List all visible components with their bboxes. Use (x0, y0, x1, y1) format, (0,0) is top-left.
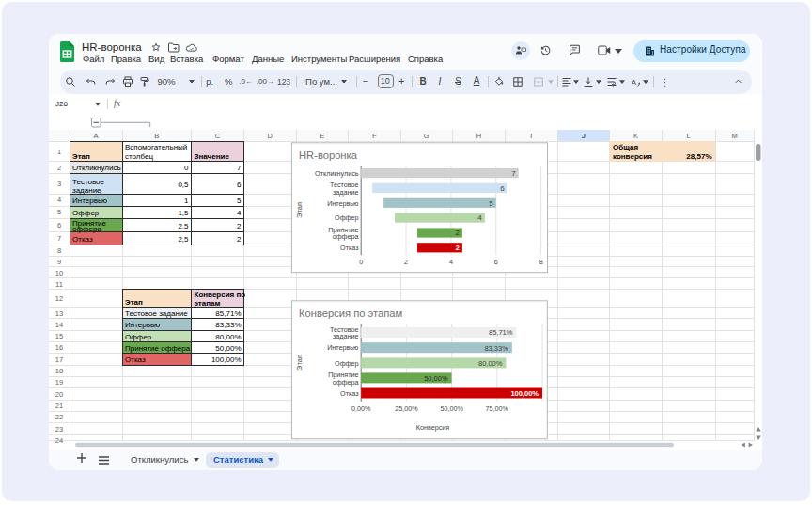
svg-text:Оффер: Оффер (335, 358, 358, 367)
svg-text:83,33%: 83,33% (484, 343, 508, 352)
svg-text:Отказ: Отказ (72, 234, 93, 243)
svg-text:Интервью: Интервью (72, 196, 107, 204)
svg-text:23: 23 (55, 424, 63, 433)
svg-text:Откликнулись: Откликнулись (315, 168, 359, 177)
svg-text:9: 9 (57, 257, 61, 265)
svg-text:задание: задание (72, 185, 102, 194)
svg-text:50,00%: 50,00% (440, 403, 463, 412)
svg-text:11: 11 (55, 279, 63, 288)
svg-text:I: I (530, 132, 532, 140)
svg-text:задание: задание (333, 187, 358, 196)
svg-text:24: 24 (55, 436, 63, 445)
svg-text:A: A (93, 132, 98, 140)
svg-text:7: 7 (237, 164, 242, 172)
svg-text:H: H (476, 132, 481, 140)
svg-text:2,5: 2,5 (178, 234, 189, 243)
svg-text:G: G (424, 132, 429, 140)
svg-text:Конверсия по этапам: Конверсия по этапам (299, 308, 402, 319)
svg-text:Оффер: Оффер (72, 208, 100, 216)
svg-text:12: 12 (55, 293, 63, 302)
svg-text:75,00%: 75,00% (486, 403, 509, 412)
svg-text:1: 1 (57, 147, 61, 155)
svg-text:конверсия: конверсия (613, 151, 652, 160)
svg-text:18: 18 (55, 367, 63, 375)
svg-text:D: D (268, 132, 273, 140)
svg-text:4: 4 (237, 208, 242, 216)
svg-text:2,5: 2,5 (178, 221, 189, 229)
svg-text:2: 2 (237, 221, 242, 229)
svg-text:14: 14 (55, 320, 63, 328)
svg-text:Тестовое задание: Тестовое задание (125, 308, 188, 317)
svg-text:A: A (632, 77, 636, 86)
svg-text:B: B (154, 132, 159, 140)
svg-text:Отказ: Отказ (340, 388, 359, 397)
svg-text:5: 5 (57, 208, 61, 216)
svg-text:25,00%: 25,00% (395, 403, 418, 412)
svg-text:6: 6 (494, 257, 498, 265)
svg-text:Общая: Общая (613, 143, 638, 151)
svg-text:10: 10 (55, 268, 63, 276)
svg-text:C: C (215, 132, 221, 140)
svg-text:0,5: 0,5 (178, 180, 189, 188)
svg-text:2: 2 (455, 244, 460, 252)
svg-text:20: 20 (55, 389, 63, 398)
svg-text:80,00%: 80,00% (478, 358, 503, 367)
svg-text:Конверсия: Конверсия (416, 422, 449, 431)
svg-text:HR-воронка: HR-воронка (299, 150, 358, 161)
svg-text:85,71%: 85,71% (489, 328, 513, 337)
svg-text:5: 5 (237, 196, 242, 204)
svg-text:столбец: столбец (125, 151, 153, 160)
svg-text:80,00%: 80,00% (215, 332, 241, 340)
svg-text:15: 15 (55, 332, 63, 340)
svg-text:M: M (731, 132, 737, 140)
svg-text:K: K (633, 132, 638, 140)
svg-text:50,00%: 50,00% (215, 343, 241, 352)
svg-text:Интервью: Интервью (125, 321, 160, 329)
svg-text:0: 0 (359, 257, 363, 265)
svg-text:2: 2 (404, 257, 408, 265)
svg-text:оффера: оффера (333, 377, 359, 386)
svg-text:Отказ: Отказ (340, 244, 359, 252)
svg-text:0: 0 (184, 164, 189, 172)
svg-text:задание: задание (333, 332, 358, 340)
svg-text:50,00%: 50,00% (424, 373, 448, 382)
svg-text:Конверсия по: Конверсия по (195, 290, 246, 298)
svg-text:100,00%: 100,00% (510, 388, 539, 397)
svg-text:Откликнулись: Откликнулись (72, 164, 121, 172)
svg-text:этапам: этапам (195, 299, 221, 308)
svg-text:Этап: Этап (72, 151, 90, 160)
svg-text:7: 7 (57, 234, 61, 243)
svg-text:1,5: 1,5 (178, 208, 189, 216)
svg-text:4: 4 (449, 257, 453, 265)
svg-text:Этап: Этап (125, 297, 143, 306)
svg-text:19: 19 (55, 378, 63, 387)
svg-text:5: 5 (489, 198, 493, 207)
svg-text:100,00%: 100,00% (211, 355, 242, 364)
svg-text:Принятие оффера: Принятие оффера (125, 343, 191, 352)
svg-text:16: 16 (55, 343, 63, 352)
svg-text:13: 13 (55, 308, 63, 317)
svg-text:E: E (320, 132, 324, 140)
svg-text:0,00%: 0,00% (351, 403, 371, 412)
svg-text:6: 6 (57, 221, 61, 229)
svg-text:1: 1 (184, 196, 189, 204)
svg-text:21: 21 (55, 402, 63, 410)
svg-text:22: 22 (55, 413, 63, 421)
svg-text:Интервью: Интервью (327, 343, 359, 352)
svg-text:Этап: Этап (295, 355, 304, 371)
svg-text:Интервью: Интервью (327, 198, 359, 207)
svg-text:оффера: оффера (72, 225, 102, 233)
svg-text:2: 2 (237, 234, 242, 243)
svg-text:J: J (582, 132, 586, 140)
svg-text:17: 17 (55, 355, 63, 363)
svg-text:4: 4 (477, 213, 482, 222)
svg-text:2: 2 (455, 229, 460, 237)
svg-text:Этап: Этап (295, 202, 304, 218)
svg-text:L: L (687, 132, 691, 140)
svg-text:Оффер: Оффер (335, 213, 358, 222)
svg-text:3: 3 (57, 180, 61, 188)
svg-text:8: 8 (57, 245, 61, 254)
svg-text:Значение: Значение (195, 151, 230, 160)
svg-text:2: 2 (57, 163, 61, 171)
svg-text:F: F (372, 132, 377, 140)
